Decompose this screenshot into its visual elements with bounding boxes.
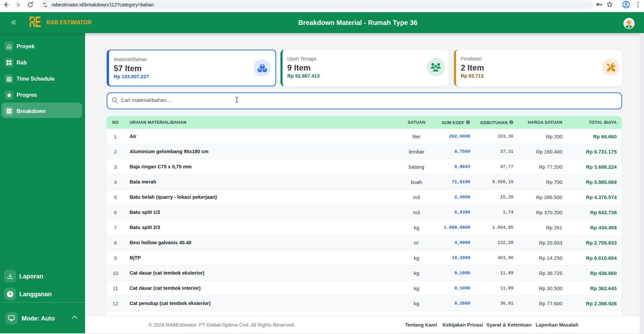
svg-text:i: i (467, 121, 468, 124)
svg-text:i: i (511, 121, 512, 124)
